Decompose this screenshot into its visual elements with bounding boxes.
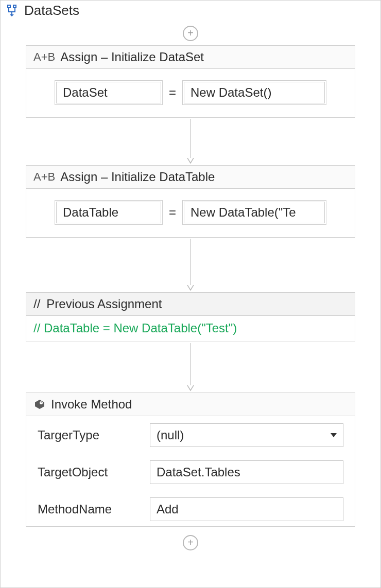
activity-title: Assign – Initialize DataSet — [60, 50, 204, 64]
arrow-down-icon — [186, 158, 195, 164]
assign-row: DataSet = New DataSet() — [39, 80, 342, 105]
assign-to-input[interactable]: DataSet — [55, 80, 163, 105]
comment-activity[interactable]: // Previous Assignment // DataTable = Ne… — [26, 292, 355, 342]
assign-icon: A+B — [33, 170, 55, 184]
activity-header[interactable]: A+B Assign – Initialize DataSet — [26, 46, 355, 69]
invoke-method-activity[interactable]: Invoke Method TargerType (null) TargetOb… — [26, 393, 355, 527]
equals-sign: = — [169, 205, 176, 220]
activity-body: DataTable = New DataTable("Te — [26, 189, 355, 237]
comment-text[interactable]: // DataTable = New DataTable("Test") — [26, 316, 355, 342]
method-name-input[interactable]: Add — [150, 497, 343, 521]
assign-activity-initialize-dataset[interactable]: A+B Assign – Initialize DataSet DataSet … — [26, 45, 355, 118]
sequence-header[interactable]: DataSets — [1, 1, 380, 24]
activity-title: Assign – Initialize DataTable — [60, 170, 215, 184]
equals-sign: = — [169, 85, 176, 100]
target-object-input[interactable]: DataSet.Tables — [150, 460, 343, 484]
comment-icon: // — [33, 297, 40, 311]
target-type-label: TargerType — [38, 428, 141, 442]
activity-title: Invoke Method — [51, 397, 132, 412]
connector — [186, 343, 195, 391]
svg-marker-2 — [35, 400, 44, 409]
method-name-label: MethodName — [38, 502, 141, 516]
connector — [186, 119, 195, 164]
activity-body: TargerType (null) TargetObject DataSet.T… — [26, 416, 355, 526]
assign-value-input[interactable]: New DataSet() — [182, 80, 326, 105]
arrow-down-icon — [186, 385, 195, 391]
activity-header[interactable]: // Previous Assignment — [26, 293, 355, 316]
activity-header[interactable]: A+B Assign – Initialize DataTable — [26, 166, 355, 189]
flow-area: A+B Assign – Initialize DataSet DataSet … — [1, 24, 380, 555]
add-activity-bottom-button[interactable] — [183, 535, 198, 550]
add-activity-top-button[interactable] — [183, 26, 198, 41]
assign-row: DataTable = New DataTable("Te — [39, 200, 342, 225]
target-type-dropdown[interactable]: (null) — [150, 423, 343, 447]
sequence-icon — [5, 4, 19, 18]
arrow-down-icon — [186, 285, 195, 291]
assign-to-input[interactable]: DataTable — [55, 200, 163, 225]
sequence-title: DataSets — [24, 3, 79, 19]
activity-title: Previous Assignment — [46, 297, 162, 311]
workflow-designer[interactable]: DataSets A+B Assign – Initialize DataSet… — [0, 0, 381, 588]
assign-value-input[interactable]: New DataTable("Te — [182, 200, 326, 225]
svg-rect-1 — [13, 5, 16, 8]
target-object-label: TargetObject — [38, 465, 141, 479]
activity-header[interactable]: Invoke Method — [26, 393, 355, 416]
invoke-method-icon — [33, 398, 46, 411]
assign-activity-initialize-datatable[interactable]: A+B Assign – Initialize DataTable DataTa… — [26, 165, 355, 238]
activity-body: DataSet = New DataSet() — [26, 69, 355, 117]
connector — [186, 239, 195, 291]
assign-icon: A+B — [33, 50, 55, 64]
svg-rect-0 — [8, 5, 10, 8]
